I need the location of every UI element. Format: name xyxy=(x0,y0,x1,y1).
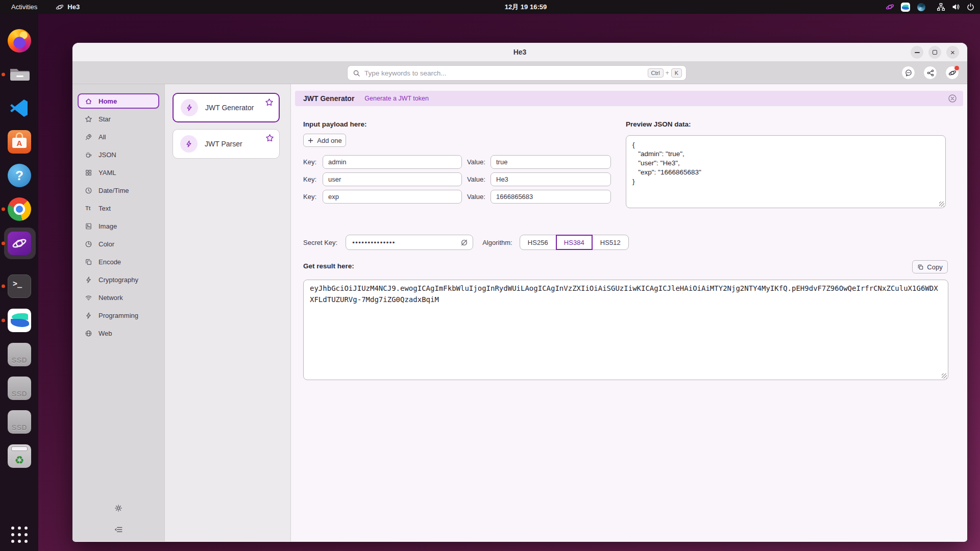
focused-app-indicator[interactable]: He3 xyxy=(56,3,80,11)
vscode-icon xyxy=(8,96,31,120)
sidebar-item-star[interactable]: Star xyxy=(78,111,159,127)
dock-he3[interactable] xyxy=(7,230,32,257)
dock-help[interactable]: ? xyxy=(7,162,32,189)
sidebar-item-web[interactable]: Web xyxy=(78,325,159,341)
add-one-button[interactable]: Add one xyxy=(303,134,346,147)
volume-icon[interactable] xyxy=(951,3,960,11)
dock-ssd-1[interactable]: SSD xyxy=(7,341,32,368)
close-tool-icon[interactable] xyxy=(948,94,957,103)
favorite-star-icon[interactable] xyxy=(265,98,274,107)
minimize-button[interactable] xyxy=(911,46,923,59)
preview-json-textarea[interactable]: { "admin": "true", "user": "He3", "exp":… xyxy=(626,135,946,208)
dock-ubuntu-software[interactable]: A xyxy=(7,129,32,155)
algorithm-label: Algorithm: xyxy=(482,239,512,246)
sidebar-item-cryptography[interactable]: Cryptography xyxy=(78,272,159,287)
ssd-drive-icon: SSD xyxy=(8,377,31,400)
dock-ssd-3[interactable]: SSD xyxy=(7,409,32,435)
dock-chrome[interactable] xyxy=(7,196,32,222)
terminal-icon: >_ xyxy=(8,274,31,298)
running-dot xyxy=(2,242,5,245)
key-input[interactable] xyxy=(323,155,462,169)
algorithm-hs512-button[interactable]: HS512 xyxy=(592,235,629,250)
grid-icon xyxy=(85,169,92,177)
maximize-button[interactable] xyxy=(928,46,941,59)
key-input[interactable] xyxy=(323,190,462,204)
he3-tray-icon[interactable] xyxy=(885,3,894,12)
settings-gear-icon[interactable] xyxy=(114,504,123,513)
chrome-icon xyxy=(8,197,31,221)
algorithm-hs384-button[interactable]: HS384 xyxy=(556,235,593,250)
running-dot xyxy=(2,319,5,322)
feedback-button[interactable] xyxy=(901,66,915,80)
sidebar-item-text[interactable]: Text xyxy=(78,201,159,216)
chat-icon xyxy=(904,69,913,77)
favorite-star-icon[interactable] xyxy=(265,134,274,142)
value-label: Value: xyxy=(467,158,491,166)
image-icon xyxy=(85,222,92,230)
petrel-icon xyxy=(8,309,31,332)
pie-icon xyxy=(85,240,92,248)
search-bar[interactable]: Ctrl + K xyxy=(347,65,687,81)
share-button[interactable] xyxy=(923,66,937,80)
sidebar-item-image[interactable]: Image xyxy=(78,218,159,234)
dock-trash[interactable]: ♻ xyxy=(7,443,32,469)
collapse-sidebar-icon[interactable] xyxy=(114,525,123,534)
jwt-result-textarea[interactable]: eyJhbGciOiJIUzM4NCJ9.ewogICAgImFkbWluIjo… xyxy=(303,280,948,380)
payload-label: Input payload here: xyxy=(303,120,367,128)
clock[interactable]: 12月 19 16:59 xyxy=(505,3,547,12)
sidebar-item-datetime[interactable]: Date/Time xyxy=(78,183,159,198)
search-icon xyxy=(353,69,360,77)
tool-card-jwt-parser[interactable]: JWT Parser xyxy=(173,129,280,159)
dock-terminal[interactable]: >_ xyxy=(7,273,32,299)
dock-show-apps[interactable] xyxy=(7,521,32,548)
secret-key-label: Secret Key: xyxy=(303,239,337,246)
close-button[interactable]: × xyxy=(946,46,959,59)
share-icon xyxy=(926,69,935,77)
sidebar-item-json[interactable]: JSON xyxy=(78,147,159,162)
app-window: He3 × Ctrl + K Home Star All JSON YAML xyxy=(72,43,967,542)
key-input[interactable] xyxy=(323,172,462,186)
window-title: He3 xyxy=(513,48,527,56)
he3-account-button[interactable] xyxy=(945,66,959,80)
network-icon[interactable] xyxy=(937,3,945,11)
value-input[interactable] xyxy=(491,155,611,169)
algorithm-hs256-button[interactable]: HS256 xyxy=(520,235,556,250)
wifi-icon xyxy=(85,294,92,302)
dock-vscode[interactable] xyxy=(7,95,32,121)
value-input[interactable] xyxy=(491,172,611,186)
dock-ssd-2[interactable]: SSD xyxy=(7,375,32,402)
ssd-drive-icon: SSD xyxy=(8,343,31,366)
sidebar-item-programming[interactable]: Programming xyxy=(78,308,159,323)
key-label: Key: xyxy=(303,176,323,183)
secret-key-value: •••••••••••••• xyxy=(352,239,460,246)
secret-key-input[interactable]: •••••••••••••• xyxy=(346,235,473,250)
title-bar[interactable]: He3 × xyxy=(72,43,967,62)
plus-icon xyxy=(307,137,314,144)
sidebar-item-encode[interactable]: Encode xyxy=(78,254,159,269)
tool-header: JWT Generator Generate a JWT token xyxy=(295,91,963,106)
minimize-icon xyxy=(915,52,920,53)
activities-button[interactable]: Activities xyxy=(7,2,41,12)
petrel-tray-icon[interactable] xyxy=(901,3,910,12)
sidebar-item-all[interactable]: All xyxy=(78,129,159,144)
bolt-icon xyxy=(85,312,92,319)
tool-list-panel: JWT Generator JWT Parser xyxy=(164,84,291,541)
running-dot xyxy=(2,208,5,211)
power-icon[interactable] xyxy=(966,3,975,11)
dock-firefox[interactable] xyxy=(7,28,32,54)
ubuntu-software-icon: A xyxy=(8,130,31,154)
dock-files[interactable] xyxy=(7,61,32,88)
sidebar-item-network[interactable]: Network xyxy=(78,290,159,305)
value-input[interactable] xyxy=(491,190,611,204)
search-input[interactable] xyxy=(364,69,648,77)
tool-card-jwt-generator[interactable]: JWT Generator xyxy=(173,93,280,122)
sidebar-item-home[interactable]: Home xyxy=(78,93,159,109)
sidebar-item-yaml[interactable]: YAML xyxy=(78,165,159,180)
swirl-tray-icon[interactable] xyxy=(917,3,926,12)
dock-petrel[interactable] xyxy=(7,307,32,334)
top-bar: Activities He3 12月 19 16:59 xyxy=(0,0,980,14)
star-icon xyxy=(85,115,92,123)
copy-button[interactable]: Copy xyxy=(912,260,948,273)
toggle-visibility-icon[interactable] xyxy=(460,238,469,247)
sidebar-item-color[interactable]: Color xyxy=(78,236,159,252)
